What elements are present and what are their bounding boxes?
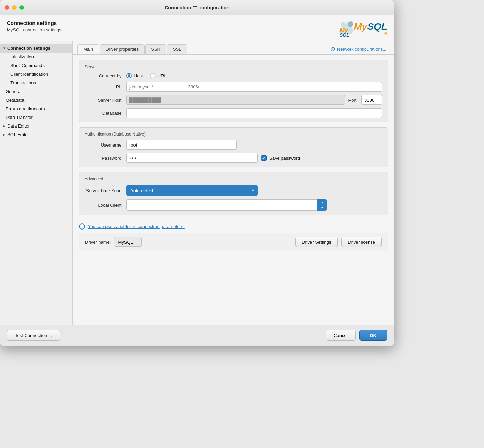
- server-section-title: Server: [85, 65, 382, 69]
- url-input[interactable]: [126, 82, 382, 92]
- info-icon: i: [79, 223, 85, 230]
- server-host-row: Server Host: Port:: [85, 95, 382, 105]
- save-password-checkbox[interactable]: [261, 155, 267, 161]
- main-layout: ▾ Connection settings Initialization She…: [0, 41, 394, 325]
- local-client-input[interactable]: [126, 199, 327, 211]
- mysql-logo: My SQL MySQL ®: [339, 20, 387, 37]
- header: Connection settings MySQL connection set…: [0, 15, 394, 41]
- mysql-my-text: My: [354, 21, 367, 32]
- spinner-buttons[interactable]: ▲ ▼: [317, 199, 327, 211]
- info-link[interactable]: You can use variables in connection para…: [88, 224, 185, 229]
- sidebar-item-transactions[interactable]: Transactions: [0, 78, 72, 87]
- connect-by-label: Connect by:: [85, 73, 123, 78]
- header-left: Connection settings MySQL connection set…: [7, 20, 62, 32]
- tab-ssh[interactable]: SSH: [145, 44, 166, 54]
- close-button[interactable]: [5, 5, 9, 10]
- username-row: Username:: [85, 140, 382, 150]
- window-title: Connection "" configuration: [165, 5, 229, 10]
- save-password-label: Save password: [269, 156, 300, 161]
- connect-by-row: Connect by: Host URL: [85, 73, 382, 78]
- footer: Test Connection ... Cancel OK: [0, 325, 394, 346]
- advanced-section-title: Advanced: [85, 177, 382, 181]
- server-host-input[interactable]: [126, 95, 345, 105]
- username-label: Username:: [85, 142, 123, 148]
- tab-main[interactable]: Main: [77, 44, 99, 54]
- save-password-row: Save password: [261, 155, 300, 161]
- ok-button[interactable]: OK: [359, 330, 388, 341]
- cancel-button[interactable]: Cancel: [326, 330, 355, 341]
- url-row: URL:: [85, 82, 382, 92]
- password-row: Password: Save password: [85, 153, 382, 163]
- local-client-label: Local Client:: [85, 203, 123, 208]
- footer-right: Cancel OK: [326, 330, 387, 341]
- server-host-inputs: Port:: [126, 95, 382, 105]
- network-config-button[interactable]: ⊕ Network configurations...: [327, 44, 389, 54]
- chevron-right-icon: ▸: [3, 124, 5, 128]
- driver-name-value: MySQL: [114, 237, 142, 247]
- sidebar-item-sql-editor[interactable]: ▸ SQL Editor: [0, 130, 72, 139]
- port-label: Port:: [348, 97, 358, 103]
- plus-icon: ⊕: [330, 45, 335, 53]
- driver-name-label: Driver name:: [85, 240, 111, 245]
- timezone-select[interactable]: Auto-detectUTCUS/EasternUS/PacificEurope…: [126, 185, 258, 196]
- url-label: URL:: [85, 84, 123, 90]
- port-input[interactable]: [361, 95, 382, 105]
- tab-driver-properties[interactable]: Driver properties: [100, 44, 145, 54]
- radio-host[interactable]: Host: [126, 73, 143, 78]
- titlebar: Connection "" configuration: [0, 0, 394, 15]
- local-client-row: Local Client: ▲ ▼: [85, 199, 382, 211]
- sidebar-item-initialization[interactable]: Initialization: [0, 53, 72, 61]
- username-input[interactable]: [126, 140, 237, 150]
- radio-url[interactable]: URL: [150, 73, 167, 78]
- driver-settings-button[interactable]: Driver Settings: [295, 237, 338, 247]
- tab-ssl[interactable]: SSL: [167, 44, 187, 54]
- password-label: Password:: [85, 156, 123, 161]
- sidebar-item-general[interactable]: General: [0, 87, 72, 96]
- sidebar-item-connection-settings[interactable]: ▾ Connection settings: [0, 44, 72, 53]
- window-controls[interactable]: [5, 5, 24, 10]
- radio-url-circle[interactable]: [150, 73, 156, 78]
- chevron-down-icon: ▾: [3, 46, 5, 50]
- server-host-label: Server Host:: [85, 97, 123, 103]
- database-row: Database:: [85, 108, 382, 118]
- sidebar-item-shell-commands[interactable]: Shell Commands: [0, 61, 72, 70]
- mysql-trademark: ®: [354, 31, 387, 36]
- maximize-button[interactable]: [19, 5, 24, 10]
- driver-license-button[interactable]: Driver license: [341, 237, 382, 247]
- content-area: Main Driver properties SSH SSL ⊕ Network…: [73, 41, 394, 325]
- radio-group: Host URL: [126, 73, 167, 78]
- info-link-row: i You can use variables in connection pa…: [79, 220, 388, 233]
- database-input[interactable]: [126, 108, 382, 118]
- tab-bar: Main Driver properties SSH SSL ⊕ Network…: [73, 41, 394, 55]
- mysql-sql-text: SQL: [367, 21, 387, 32]
- sidebar-item-metadata[interactable]: Metadata: [0, 96, 72, 104]
- server-section: Server Connect by: Host URL: [79, 60, 388, 122]
- chevron-right-icon: ▸: [3, 133, 5, 137]
- timezone-select-wrapper: Auto-detectUTCUS/EasternUS/PacificEurope…: [126, 185, 258, 196]
- timezone-row: Server Time Zone: Auto-detectUTCUS/Easte…: [85, 185, 382, 196]
- database-label: Database:: [85, 111, 123, 116]
- header-subtitle: MySQL connection settings: [7, 27, 62, 32]
- auth-section: Authentication (Database Native) Usernam…: [79, 127, 388, 167]
- advanced-section: Advanced Server Time Zone: Auto-detectUT…: [79, 172, 388, 215]
- spinner-up-button[interactable]: ▲: [317, 199, 327, 205]
- form-content: Server Connect by: Host URL: [73, 55, 394, 325]
- sidebar: ▾ Connection settings Initialization She…: [0, 41, 73, 325]
- driver-bar: Driver name: MySQL Driver Settings Drive…: [79, 233, 388, 251]
- sidebar-item-data-editor[interactable]: ▸ Data Editor: [0, 122, 72, 130]
- sidebar-item-client-identification[interactable]: Client identification: [0, 70, 72, 78]
- minimize-button[interactable]: [12, 5, 17, 10]
- spinner-down-button[interactable]: ▼: [317, 205, 327, 211]
- local-client-wrapper: ▲ ▼: [126, 199, 327, 211]
- header-title: Connection settings: [7, 20, 62, 26]
- test-connection-button[interactable]: Test Connection ...: [7, 330, 60, 341]
- svg-text:SQL: SQL: [339, 32, 350, 37]
- password-input[interactable]: [126, 153, 258, 163]
- radio-host-circle[interactable]: [126, 73, 132, 78]
- timezone-label: Server Time Zone:: [85, 188, 123, 193]
- sidebar-item-data-transfer[interactable]: Data Transfer: [0, 113, 72, 122]
- auth-section-title: Authentication (Database Native): [85, 132, 382, 137]
- mysql-dolphin-icon: My SQL: [339, 20, 353, 37]
- sidebar-item-errors-timeouts[interactable]: Errors and timeouts: [0, 104, 72, 113]
